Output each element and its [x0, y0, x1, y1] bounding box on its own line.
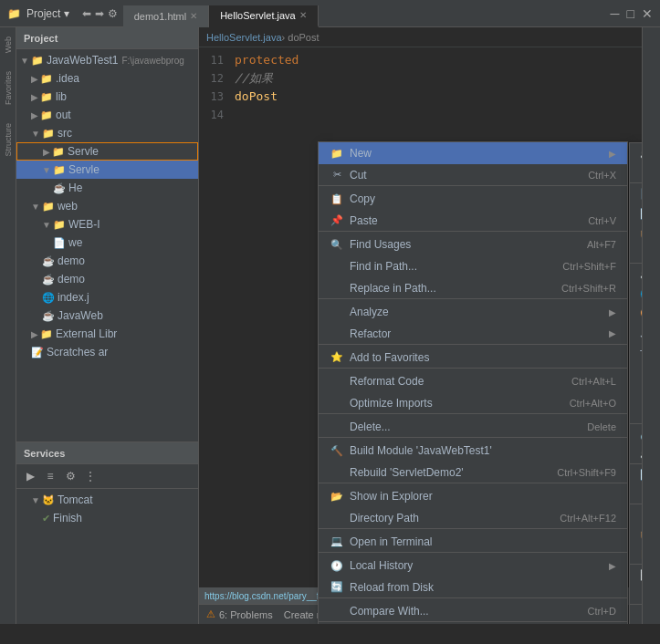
left-strip-web[interactable]: Web — [4, 36, 13, 53]
submenu-kotlin-script[interactable]: K Kotlin Script — [630, 384, 642, 404]
submenu-openapi[interactable]: 🔗 OpenAPI Specification — [630, 424, 642, 444]
tab-close-2[interactable]: ✕ — [299, 10, 307, 20]
right-strip — [642, 27, 660, 624]
menu-reformat[interactable]: Reformat Code Ctrl+Alt+L — [319, 370, 627, 392]
menu-refactor[interactable]: Refactor ▶ — [319, 323, 627, 345]
submenu-resource-bundle[interactable]: 📦 Resource Bundle — [630, 525, 642, 545]
project-dropdown[interactable]: Project ▾ — [26, 7, 69, 20]
java-class-icon: ☕ — [639, 146, 642, 161]
tab-close[interactable]: ✕ — [190, 11, 197, 21]
context-menu: 📁 New ▶ ✂ Cut Ctrl+X 📋 Copy 📌 Paste Ctrl… — [318, 141, 628, 624]
submenu-editorconfig[interactable]: ⚙ EditorConfig File — [630, 484, 642, 504]
submenu-scratch-file[interactable]: 📝 Scratch File Ctrl+Alt+Shift+Insert — [630, 203, 642, 223]
tree-src[interactable]: ▼📁src — [16, 124, 198, 142]
tree-web[interactable]: ▼📁web — [16, 197, 198, 215]
submenu-html[interactable]: 🌐 HTML File — [630, 284, 642, 304]
tree-webinf[interactable]: ▼📁WEB-I — [16, 215, 198, 234]
submenu-package-info[interactable]: ☕ package-info.java — [630, 264, 642, 284]
submenu-kotlin-worksheet[interactable]: K Kotlin Worksheet — [630, 404, 642, 424]
submenu-new: ☕ Java Class K Kotlin File/Class 📄 File … — [629, 142, 642, 624]
services-settings-btn[interactable]: ⚙ — [62, 468, 79, 484]
menu-paste[interactable]: 📌 Paste Ctrl+V — [319, 210, 627, 232]
copy-icon: 📋 — [330, 192, 344, 206]
tree-we[interactable]: 📄we — [16, 234, 198, 252]
nav-forward[interactable]: ➡ — [95, 7, 104, 20]
tree-index[interactable]: 🌐index.j — [16, 288, 198, 306]
submenu-ts[interactable]: TS TypeScript File — [630, 344, 642, 364]
tree-demo1[interactable]: ☕demo — [16, 252, 198, 270]
tree-scratches[interactable]: 📝Scratches ar — [16, 343, 198, 361]
settings-icon[interactable]: ⚙ — [108, 7, 118, 20]
menu-find-in-path[interactable]: Find in Path... Ctrl+Shift+F — [319, 255, 627, 277]
tree-javaweb[interactable]: ☕JavaWeb — [16, 306, 198, 325]
submenu-ddl[interactable]: 🗄 DDL Data Source — [630, 605, 642, 624]
menu-open-terminal[interactable]: 💻 Open in Terminal — [319, 531, 627, 553]
submenu-package-json[interactable]: {} package.json File — [630, 364, 642, 384]
new-arrow-icon: ▶ — [609, 149, 616, 159]
maximize-button[interactable]: □ — [627, 6, 634, 21]
left-strip-structure[interactable]: Structure — [4, 123, 13, 157]
root-label: JavaWebTest1 — [47, 54, 119, 67]
submenu-data-source[interactable]: 🗄 Data Source — [630, 585, 642, 605]
menu-reload[interactable]: 🔄 Reload from Disk — [319, 576, 627, 598]
menu-add-favorites[interactable]: ⭐ Add to Favorites — [319, 347, 627, 369]
tree-finish[interactable]: ✔ Finish — [16, 509, 198, 527]
menu-find-usages[interactable]: 🔍 Find Usages Alt+F7 — [319, 234, 627, 255]
services-panel: Services ▶ ≡ ⚙ ⋮ ▼ 🐱 Tomcat ✔ — [16, 441, 198, 624]
submenu-kotlin-file[interactable]: K Kotlin File/Class — [630, 163, 642, 183]
menu-show-explorer[interactable]: 📂 Show in Explorer — [319, 485, 627, 507]
editor-area: HelloServlet.java › doPost 11 protected … — [199, 27, 642, 624]
submenu-java-class[interactable]: ☕ Java Class — [630, 143, 642, 163]
close-button[interactable]: ✕ — [642, 6, 653, 21]
services-header: Services — [16, 442, 198, 464]
tree-tomcat[interactable]: ▼ 🐱 Tomcat — [16, 491, 198, 509]
tab-demo1html[interactable]: demo1.html ✕ — [123, 5, 209, 27]
fxml-icon: 🏷 — [639, 246, 642, 261]
menu-cut[interactable]: ✂ Cut Ctrl+X — [319, 164, 627, 186]
tree-he[interactable]: ☕He — [16, 179, 198, 197]
services-toolbar: ▶ ≡ ⚙ ⋮ — [16, 464, 198, 489]
datasource-icon: 🗄 — [639, 587, 642, 602]
html-icon: 🌐 — [639, 286, 642, 301]
services-tree: ▼ 🐱 Tomcat ✔ Finish — [16, 489, 198, 529]
submenu-diagram[interactable]: 📊 Diagram — [630, 565, 642, 585]
submenu-swing[interactable]: 🖥 Swing UI Designer ▶ — [630, 504, 642, 525]
submenu-edit-templates[interactable]: 📝 Edit File Templates... — [630, 464, 642, 484]
menu-directory-path[interactable]: Directory Path Ctrl+Alt+F12 — [319, 507, 627, 529]
services-run-btn[interactable]: ▶ — [22, 468, 38, 484]
menu-replace-in-path[interactable]: Replace in Path... Ctrl+Shift+R — [319, 277, 627, 299]
tree-external-libs[interactable]: ▶📁External Libr — [16, 325, 198, 343]
tree-servle1[interactable]: ▶📁Servle — [16, 142, 198, 161]
menu-compare[interactable]: Compare With... Ctrl+D — [319, 600, 627, 622]
submenu-xml-config[interactable]: 📋 XML Configuration File ▶ — [630, 545, 642, 565]
submenu-js[interactable]: JS JavaScript File — [630, 324, 642, 344]
menu-optimize[interactable]: Optimize Imports Ctrl+Alt+O — [319, 392, 627, 414]
tree-root[interactable]: ▼ 📁 JavaWebTest1 F:\javawebprog — [16, 51, 198, 69]
services-list-btn[interactable]: ≡ — [42, 468, 58, 484]
tree-lib[interactable]: ▶📁lib — [16, 88, 198, 106]
menu-analyze[interactable]: Analyze ▶ — [319, 301, 627, 323]
tab-helloservlet[interactable]: HelloServlet.java ✕ — [209, 5, 319, 27]
project-panel-header: Project — [16, 27, 198, 49]
nav-back[interactable]: ⬅ — [82, 7, 91, 20]
tree-idea[interactable]: ▶📁.idea — [16, 69, 198, 88]
left-strip-favorites[interactable]: Favorites — [4, 71, 13, 105]
kotlin-icon: K — [639, 166, 642, 181]
tree-servle2[interactable]: ▼📁Servle — [16, 161, 198, 179]
menu-delete[interactable]: Delete... Delete — [319, 416, 627, 438]
menu-rebuild[interactable]: Rebuild 'ServletDemo2' Ctrl+Shift+F9 — [319, 462, 627, 483]
minimize-button[interactable]: ─ — [611, 6, 620, 21]
tree-demo2[interactable]: ☕demo — [16, 270, 198, 288]
menu-new[interactable]: 📁 New ▶ — [319, 142, 627, 164]
submenu-javafx[interactable]: ☕ JavaFXApplication — [630, 444, 642, 464]
services-more-btn[interactable]: ⋮ — [82, 468, 99, 484]
submenu-package[interactable]: 📦 Package — [630, 223, 642, 244]
submenu-stylesheet[interactable]: 🎨 Stylesheet — [630, 304, 642, 324]
menu-copy[interactable]: 📋 Copy — [319, 188, 627, 210]
file-icon: 📄 — [639, 186, 642, 201]
submenu-fxml[interactable]: 🏷 FXML File — [630, 244, 642, 264]
tree-out[interactable]: ▶📁out — [16, 106, 198, 124]
menu-build-module[interactable]: 🔨 Build Module 'JavaWebTest1' — [319, 440, 627, 462]
menu-local-history[interactable]: 🕐 Local History ▶ — [319, 555, 627, 576]
submenu-file[interactable]: 📄 File — [630, 183, 642, 203]
